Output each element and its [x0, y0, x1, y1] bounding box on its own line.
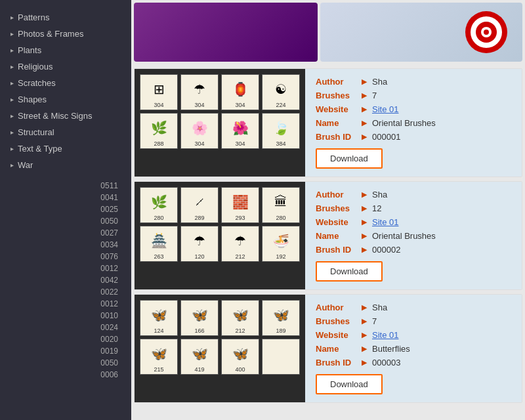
brush-image: 🦋	[268, 303, 294, 326]
sidebar-num: 0025	[0, 203, 131, 215]
brush-image: 🦋	[186, 303, 213, 326]
brush-card-3: 🦋124🦋166🦋212🦋189🦋215🦋419🦋400Author ▶ Sha…	[134, 294, 522, 403]
info-row: Brush ID ▶ 000003	[316, 358, 511, 368]
sidebar-num: 0050	[0, 215, 131, 227]
sidebar-nav: ▸Patterns▸Photos & Frames▸Plants▸Religio…	[0, 9, 131, 173]
info-arrow-icon: ▶	[362, 204, 367, 213]
sidebar-numbers: 0511004100250050002700340076001200420022…	[0, 180, 131, 381]
download-button-1[interactable]: Download	[316, 148, 383, 169]
sidebar-label: Patterns	[18, 12, 49, 22]
info-value[interactable]: Site 01	[372, 217, 398, 227]
info-value[interactable]: Site 01	[372, 330, 398, 340]
sidebar-num: 0027	[0, 227, 131, 239]
sidebar-item-patterns[interactable]: ▸Patterns	[0, 9, 131, 26]
sidebar-label: War	[18, 160, 33, 170]
brush-image: 🏛	[268, 190, 294, 213]
sidebar-label: Structural	[18, 127, 54, 137]
sidebar-label: Scratches	[18, 78, 56, 88]
idesign-banner[interactable]	[320, 3, 522, 62]
cell-number: 304	[235, 140, 245, 147]
free-brushes-banner[interactable]	[134, 3, 318, 62]
cell-number: 280	[154, 215, 163, 221]
info-arrow-icon: ▶	[362, 345, 367, 353]
info-row: Website ▶ Site 01	[316, 104, 511, 114]
cell-number: 120	[194, 253, 204, 260]
sidebar-item-structural[interactable]: ▸Structural	[0, 124, 131, 140]
sidebar-label: Religious	[18, 62, 52, 72]
brush-image: 🦋	[227, 342, 253, 365]
brush-cell: 🦋212	[221, 300, 259, 336]
arrow-icon: ▸	[10, 96, 14, 103]
cell-number: 212	[235, 253, 245, 260]
info-row: Name ▶ Oriental Brushes	[316, 118, 511, 128]
info-arrow-icon: ▶	[362, 303, 367, 312]
info-arrow-icon: ▶	[362, 317, 367, 326]
info-value: 12	[372, 203, 381, 213]
info-label: Brushes	[316, 91, 362, 100]
cell-number: 384	[276, 140, 285, 147]
brush-image: 🧱	[227, 190, 253, 213]
info-row: Name ▶ Butterflies	[316, 344, 511, 354]
brush-cell: ☯224	[262, 74, 300, 110]
brush-cell: 🏛280	[262, 187, 300, 223]
brush-info-3: Author ▶ ShaBrushes ▶ 7Website ▶ Site 01…	[305, 295, 522, 402]
sidebar-item-street-misc[interactable]: ▸Street & Misc Signs	[0, 108, 131, 124]
sidebar-num: 0019	[0, 345, 131, 357]
brush-image: 🦋	[186, 342, 213, 365]
info-label: Name	[316, 231, 362, 241]
brush-cell: 🦋419	[180, 339, 219, 375]
sidebar-label: Street & Misc Signs	[18, 111, 92, 121]
download-button-2[interactable]: Download	[316, 261, 383, 282]
info-value: Sha	[372, 190, 387, 200]
brush-grid: 🦋124🦋166🦋212🦋189🦋215🦋419🦋400	[140, 300, 300, 375]
brush-preview-1: ⊞304☂304🏮304☯224🌿288🌸304🌺304🍃384	[135, 69, 305, 177]
cell-number: 288	[154, 140, 163, 147]
sidebar-item-text-type[interactable]: ▸Text & Type	[0, 140, 131, 157]
download-button-3[interactable]: Download	[316, 374, 383, 394]
info-arrow-icon: ▶	[362, 190, 367, 199]
sidebar-item-photos-frames[interactable]: ▸Photos & Frames	[0, 26, 131, 42]
svg-point-4	[484, 30, 489, 35]
brush-preview-2: 🌿280⟋289🧱293🏛280🏯263☂120☂212🍜192	[135, 182, 305, 289]
brush-cell: 🧱293	[221, 187, 259, 223]
sidebar-num: 0012	[0, 298, 131, 310]
brush-cell	[262, 339, 300, 375]
info-row: Author ▶ Sha	[316, 77, 511, 87]
brush-image: ☯	[268, 77, 294, 100]
cell-number: 400	[235, 366, 245, 373]
cell-number: 289	[194, 215, 204, 221]
sidebar-num: 0076	[0, 251, 131, 262]
sidebar-num: 0034	[0, 239, 131, 251]
sidebar-num: 0041	[0, 192, 131, 203]
brush-image: ☂	[186, 77, 213, 100]
info-label: Name	[316, 118, 362, 128]
info-value: 7	[372, 91, 377, 100]
brush-image: 🏯	[146, 229, 172, 252]
info-arrow-icon: ▶	[362, 91, 367, 100]
cell-number: 280	[276, 215, 285, 221]
brush-cell: 🌺304	[221, 113, 259, 149]
brush-image: ☂	[227, 229, 253, 252]
info-row: Brushes ▶ 7	[316, 316, 511, 326]
info-label: Website	[316, 330, 362, 340]
info-value[interactable]: Site 01	[372, 104, 398, 114]
cell-number: 304	[194, 102, 204, 108]
sidebar-item-scratches[interactable]: ▸Scratches	[0, 75, 131, 91]
sidebar-num: 0050	[0, 357, 131, 369]
sidebar-num: 0511	[0, 180, 131, 192]
brush-cell: ⟋289	[180, 187, 219, 223]
brush-cell: 🏯263	[140, 226, 178, 262]
brush-cell: 🦋189	[262, 300, 300, 336]
sidebar-item-shapes[interactable]: ▸Shapes	[0, 91, 131, 108]
cell-number: 224	[276, 102, 285, 108]
info-value: Oriental Brushes	[372, 118, 436, 128]
cell-number: 192	[276, 253, 285, 260]
sidebar-item-plants[interactable]: ▸Plants	[0, 42, 131, 58]
cell-number: 189	[276, 327, 285, 334]
brush-cell: ☂120	[180, 226, 219, 262]
sidebar-item-religious[interactable]: ▸Religious	[0, 58, 131, 75]
sidebar-item-war[interactable]: ▸War	[0, 157, 131, 173]
sidebar-num: 0010	[0, 310, 131, 322]
cell-number: 212	[235, 327, 245, 334]
arrow-icon: ▸	[10, 63, 14, 70]
